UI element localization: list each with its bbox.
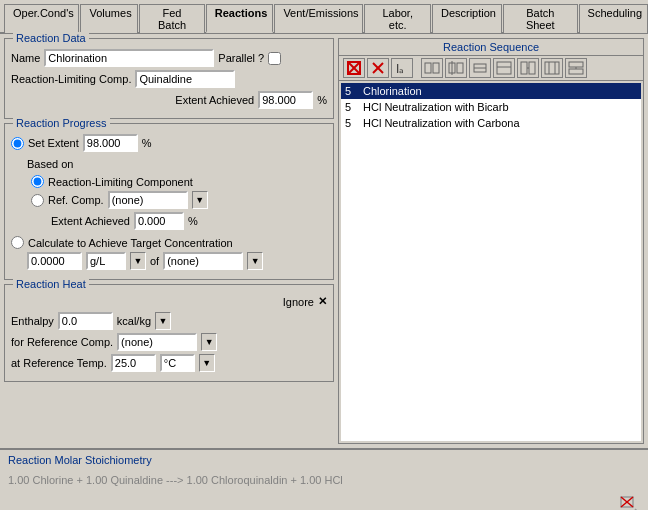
bottom-bar: Reaction Molar Stoichiometry 1.00 Chlori… — [0, 448, 648, 510]
calculate-label: Calculate to Achieve Target Concentratio… — [28, 237, 233, 249]
calculate-row: Calculate to Achieve Target Concentratio… — [11, 236, 327, 249]
toolbar-btn-4[interactable] — [493, 58, 515, 78]
conc-row: ▼ of ▼ — [27, 252, 327, 270]
tab-laboretc[interactable]: Labor, etc. — [364, 4, 431, 33]
toolbar-btn-move-up[interactable] — [343, 58, 365, 78]
set-extent-row: Set Extent % — [11, 134, 327, 152]
stoich-icon-btn[interactable] — [618, 494, 640, 510]
reaction-progress-group: Reaction Progress Set Extent % Based on … — [4, 123, 334, 280]
main-content: Reaction Data Name Parallel ? Reaction-L… — [0, 34, 648, 448]
reaction-name-0: Chlorination — [363, 85, 422, 97]
ref-comp-dropdown[interactable]: ▼ — [192, 191, 208, 209]
svg-rect-9 — [457, 63, 463, 73]
reaction-item-1[interactable]: 5 HCl Neutralization with Bicarb — [341, 99, 641, 115]
tab-fedbatch[interactable]: Fed Batch — [139, 4, 204, 33]
temp-unit-input[interactable] — [160, 354, 195, 372]
calculate-radio[interactable] — [11, 236, 24, 249]
extent-label: Extent Achieved — [175, 94, 254, 106]
parallel-checkbox[interactable] — [268, 52, 281, 65]
ref-temp-label: at Reference Temp. — [11, 357, 107, 369]
set-extent-unit: % — [142, 137, 152, 149]
svg-text:Iₐ: Iₐ — [396, 62, 404, 76]
rlc-radio-label: Reaction-Limiting Component — [48, 176, 193, 188]
tab-volumes[interactable]: Volumes — [80, 4, 138, 33]
extent-achieved-input[interactable] — [134, 212, 184, 230]
toolbar-btn-1[interactable] — [421, 58, 443, 78]
rlc-row: Reaction-Limiting Comp. — [11, 70, 327, 88]
reaction-item-0[interactable]: 5 Chlorination — [341, 83, 641, 99]
reaction-sequence-box: Reaction Sequence — [338, 38, 644, 444]
extent-achieved-label: Extent Achieved — [51, 215, 130, 227]
unit-input[interactable] — [86, 252, 126, 270]
heat-ref-comp-row: for Reference Comp. ▼ — [11, 333, 327, 351]
unit-dropdown[interactable]: ▼ — [130, 252, 146, 270]
stoich-formula: 1.00 Chlorine + 1.00 Quinaldine ---> 1.0… — [8, 470, 640, 490]
toolbar-btn-2[interactable] — [445, 58, 467, 78]
reaction-data-group: Reaction Data Name Parallel ? Reaction-L… — [4, 38, 334, 119]
reaction-num-2: 5 — [345, 117, 357, 129]
heat-ref-comp-dropdown[interactable]: ▼ — [201, 333, 217, 351]
tab-reactions[interactable]: Reactions — [206, 4, 274, 33]
tab-ventemissions[interactable]: Vent/Emissions — [274, 4, 363, 33]
set-extent-radio[interactable] — [11, 137, 24, 150]
reaction-num-0: 5 — [345, 85, 357, 97]
svg-rect-18 — [545, 62, 559, 74]
tab-batchsheet[interactable]: Batch Sheet — [503, 4, 578, 33]
ref-comp-radio[interactable] — [31, 194, 44, 207]
reaction-item-2[interactable]: 5 HCl Neutralization with Carbona — [341, 115, 641, 131]
stoich-icon-row — [8, 494, 640, 510]
extent-achieved-unit: % — [188, 215, 198, 227]
rlc-radio[interactable] — [31, 175, 44, 188]
enthalpy-label: Enthalpy — [11, 315, 54, 327]
ref-comp-label: Ref. Comp. — [48, 194, 104, 206]
ref-comp-input[interactable] — [108, 191, 188, 209]
reaction-name-2: HCl Neutralization with Carbona — [363, 117, 520, 129]
reaction-data-title: Reaction Data — [13, 32, 89, 44]
enthalpy-dropdown[interactable]: ▼ — [155, 312, 171, 330]
rlc-radio-row: Reaction-Limiting Component — [31, 175, 327, 188]
svg-rect-13 — [497, 62, 511, 74]
ref-comp-row: Ref. Comp. ▼ — [31, 191, 327, 209]
ref-temp-input[interactable] — [111, 354, 156, 372]
temp-unit-dropdown[interactable]: ▼ — [199, 354, 215, 372]
heat-ref-comp-input[interactable] — [117, 333, 197, 351]
toolbar-row: Iₐ — [339, 56, 643, 81]
toolbar-btn-3[interactable] — [469, 58, 491, 78]
toolbar-btn-edit[interactable]: Iₐ — [391, 58, 413, 78]
svg-rect-21 — [569, 62, 583, 67]
enthalpy-input[interactable] — [58, 312, 113, 330]
right-panel: Reaction Sequence — [338, 38, 644, 444]
set-extent-input[interactable] — [83, 134, 138, 152]
svg-rect-7 — [433, 63, 439, 73]
based-on-label: Based on — [27, 158, 327, 170]
reaction-progress-title: Reaction Progress — [13, 117, 110, 129]
svg-rect-15 — [521, 62, 527, 74]
tab-description[interactable]: Description — [432, 4, 502, 33]
extent-row: Extent Achieved % — [11, 91, 327, 109]
enthalpy-unit: kcal/kg — [117, 315, 151, 327]
reaction-name-1: HCl Neutralization with Bicarb — [363, 101, 509, 113]
extent-input[interactable] — [258, 91, 313, 109]
enthalpy-row: Enthalpy kcal/kg ▼ — [11, 312, 327, 330]
name-input[interactable] — [44, 49, 214, 67]
of-dropdown[interactable]: ▼ — [247, 252, 263, 270]
reaction-sequence-title: Reaction Sequence — [339, 39, 643, 56]
of-input[interactable] — [163, 252, 243, 270]
extent-unit: % — [317, 94, 327, 106]
heat-header: Ignore ✕ — [11, 295, 327, 308]
svg-rect-6 — [425, 63, 431, 73]
toolbar-btn-5[interactable] — [517, 58, 539, 78]
ignore-label: Ignore — [283, 296, 314, 308]
conc-input[interactable] — [27, 252, 82, 270]
ignore-close[interactable]: ✕ — [318, 295, 327, 308]
rlc-input[interactable] — [135, 70, 235, 88]
toolbar-btn-6[interactable] — [541, 58, 563, 78]
tab-operconds[interactable]: Oper.Cond's — [4, 4, 79, 33]
toolbar-btn-delete[interactable] — [367, 58, 389, 78]
tab-scheduling[interactable]: Scheduling — [579, 4, 648, 33]
of-label: of — [150, 255, 159, 267]
set-extent-label: Set Extent — [28, 137, 79, 149]
toolbar-btn-7[interactable] — [565, 58, 587, 78]
parallel-label: Parallel ? — [218, 52, 264, 64]
name-row: Name Parallel ? — [11, 49, 327, 67]
